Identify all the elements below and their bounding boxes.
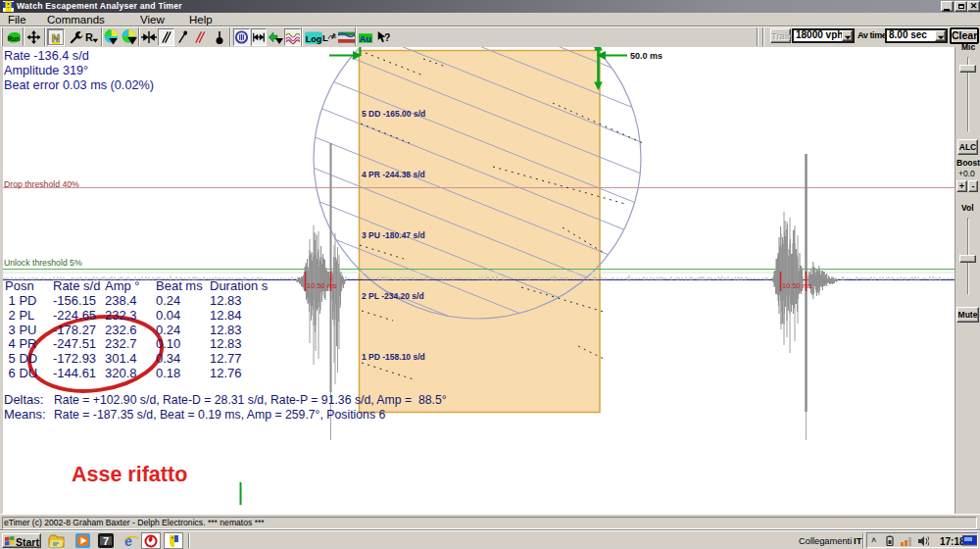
svg-text:?: ? <box>384 31 390 43</box>
svg-text:R: R <box>85 31 93 43</box>
svg-text:Au: Au <box>360 34 372 44</box>
svg-text:N: N <box>52 32 60 44</box>
svg-text:e: e <box>124 533 132 548</box>
svg-text:Log: Log <box>306 34 322 44</box>
svg-text:7: 7 <box>103 535 109 547</box>
svg-text:Run: Run <box>8 35 21 42</box>
svg-text:L: L <box>322 32 328 43</box>
